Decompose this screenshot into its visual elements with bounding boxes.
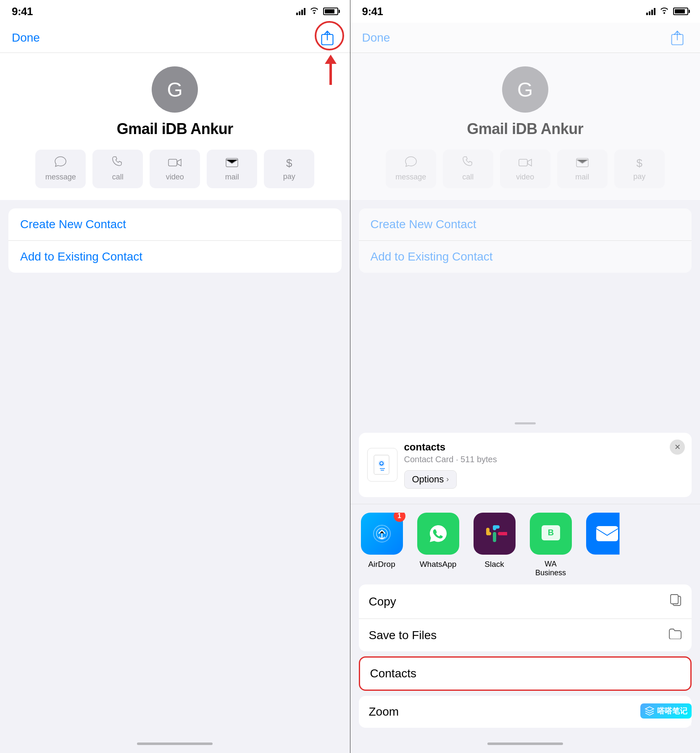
left-phone: 9:41 Done	[0, 0, 350, 753]
save-to-files-action-item[interactable]: Save to Files	[359, 619, 692, 651]
svg-point-9	[380, 463, 382, 465]
app-item-wa-business[interactable]: B WABusiness	[528, 513, 574, 578]
add-to-existing-left[interactable]: Add to Existing Contact	[8, 241, 342, 273]
pay-label-left: pay	[283, 172, 295, 181]
watermark: 嗒嗒笔记 www.bijixx.com	[640, 703, 692, 728]
attachment-preview: contacts Contact Card · 511 bytes Option…	[359, 433, 692, 497]
whatsapp-label: WhatsApp	[420, 560, 457, 569]
action-video-right: video	[500, 150, 550, 188]
attachment-icon	[367, 448, 397, 482]
home-indicator-right	[350, 735, 700, 753]
home-indicator-left	[0, 735, 350, 753]
video-label-left: video	[166, 173, 184, 182]
status-icons-right	[646, 7, 688, 16]
signal-icon-right	[646, 8, 655, 15]
nav-bar-right: Done	[350, 23, 700, 53]
right-phone: 9:41 Done	[350, 0, 700, 753]
share-button-left[interactable]	[316, 27, 338, 49]
contact-card-left: G Gmail iDB Ankur message call video	[0, 53, 350, 200]
app-item-mail-partial[interactable]	[584, 513, 630, 578]
contact-options-right-dimmed: Create New Contact Add to Existing Conta…	[359, 208, 692, 273]
done-button-left[interactable]: Done	[12, 31, 40, 45]
video-icon-left	[168, 157, 182, 170]
contact-options-left: Create New Contact Add to Existing Conta…	[8, 208, 342, 273]
action-message-right: message	[386, 150, 436, 188]
mail-partial-icon	[586, 513, 628, 555]
message-label-left: message	[45, 173, 76, 182]
create-new-contact-right-dimmed: Create New Contact	[359, 208, 692, 241]
action-call-right: call	[443, 150, 493, 188]
status-icons-left	[296, 7, 338, 16]
whatsapp-icon	[417, 513, 459, 555]
add-to-existing-right-dimmed: Add to Existing Contact	[359, 241, 692, 273]
status-bar-left: 9:41	[0, 0, 350, 23]
copy-label: Copy	[369, 595, 396, 608]
battery-icon-right	[673, 8, 688, 15]
options-button[interactable]: Options ›	[404, 470, 457, 489]
contacts-action-item[interactable]: Contacts	[360, 658, 691, 690]
action-mail-left[interactable]: mail	[207, 150, 257, 188]
nav-bar-left: Done	[0, 23, 350, 53]
contact-name-left: Gmail iDB Ankur	[117, 120, 233, 138]
slack-icon	[474, 513, 516, 555]
copy-icon	[670, 594, 682, 609]
action-list: Copy Save to Files	[359, 584, 692, 651]
mail-label-right: mail	[575, 173, 589, 182]
wa-business-label: WABusiness	[535, 560, 566, 578]
action-call-left[interactable]: call	[92, 150, 143, 188]
svg-point-24	[493, 537, 496, 540]
pay-icon-left: $	[286, 157, 292, 170]
app-item-whatsapp[interactable]: WhatsApp	[415, 513, 461, 578]
mail-icon-right	[576, 157, 589, 170]
action-video-left[interactable]: video	[150, 150, 200, 188]
app-row: 1 AirDrop	[359, 513, 692, 578]
airdrop-label: AirDrop	[368, 560, 395, 569]
copy-action-item[interactable]: Copy	[359, 584, 692, 619]
action-mail-right: mail	[557, 150, 608, 188]
avatar-letter-right: G	[517, 78, 533, 101]
mail-icon-left	[226, 157, 238, 170]
attachment-info: contacts Contact Card · 511 bytes Option…	[404, 441, 684, 489]
contact-name-right: Gmail iDB Ankur	[467, 120, 583, 138]
wifi-icon-left	[310, 7, 319, 16]
save-to-files-icon	[669, 628, 682, 642]
battery-icon-left	[323, 8, 338, 15]
app-row-section: 1 AirDrop	[350, 504, 700, 578]
action-row-left: message call video mail $	[35, 150, 314, 188]
svg-rect-29	[596, 526, 618, 541]
svg-point-25	[498, 532, 501, 535]
contacts-label: Contacts	[370, 667, 417, 680]
contacts-row[interactable]: Contacts	[359, 656, 692, 691]
call-label-right: call	[462, 173, 474, 182]
action-pay-right: $ pay	[614, 150, 665, 188]
message-icon-left	[55, 156, 66, 170]
pay-icon-right: $	[637, 157, 642, 170]
status-bar-right: 9:41	[350, 0, 700, 23]
action-pay-left[interactable]: $ pay	[264, 150, 314, 188]
app-item-slack[interactable]: Slack	[471, 513, 518, 578]
avatar-right: G	[502, 66, 548, 113]
create-new-contact-left[interactable]: Create New Contact	[8, 208, 342, 241]
wifi-icon-right	[660, 7, 669, 16]
svg-text:B: B	[547, 528, 553, 537]
app-item-airdrop[interactable]: 1 AirDrop	[359, 513, 405, 578]
action-message-left[interactable]: message	[35, 150, 86, 188]
call-icon-left	[112, 156, 123, 170]
svg-rect-4	[519, 159, 527, 166]
call-label-left: call	[112, 173, 124, 182]
svg-rect-19	[501, 532, 507, 535]
status-time-left: 9:41	[12, 5, 33, 18]
done-button-right[interactable]: Done	[362, 31, 390, 45]
status-time-right: 9:41	[362, 5, 383, 18]
attachment-filename: contacts	[404, 441, 684, 453]
close-attachment-button[interactable]: ✕	[670, 440, 685, 455]
share-button-right[interactable]	[666, 27, 688, 49]
save-to-files-label: Save to Files	[369, 629, 437, 642]
svg-rect-31	[671, 595, 678, 604]
attachment-meta: Contact Card · 511 bytes	[404, 455, 684, 464]
sheet-handle	[515, 422, 536, 424]
video-label-right: video	[516, 173, 534, 182]
message-label-right: message	[395, 173, 426, 182]
zoom-label: Zoom	[369, 705, 399, 719]
svg-rect-1	[168, 159, 177, 166]
